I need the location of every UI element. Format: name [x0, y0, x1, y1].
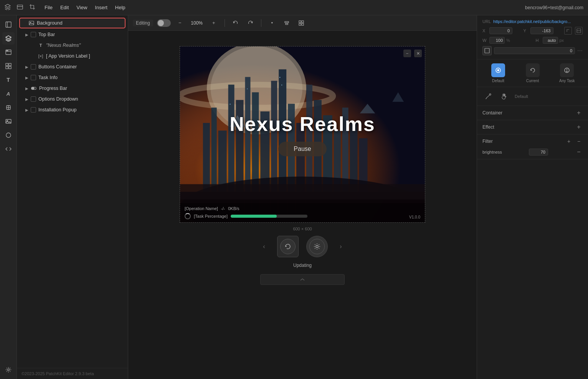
filter-remove-btn[interactable]: − — [575, 137, 583, 145]
state-btn-default[interactable]: Default — [482, 63, 514, 83]
filter-section-header: Filter + − — [482, 137, 583, 145]
redo-btn[interactable] — [245, 18, 256, 28]
image-tool-btn[interactable] — [2, 115, 15, 127]
preview-bottom-bar: [Operation Name] -/- 0KB/s [Task Percent… — [180, 203, 425, 222]
top-bar-checkbox[interactable] — [31, 32, 36, 37]
border-value-input[interactable] — [494, 47, 575, 54]
svg-rect-0 — [17, 5, 23, 9]
code-tool-btn[interactable] — [2, 143, 15, 155]
bottom-nav-hint — [260, 274, 345, 285]
options-dropdown-checkbox[interactable] — [31, 96, 36, 102]
top-menu-bar: File Edit View Insert Help bencrow96+tes… — [0, 0, 588, 15]
circle-tool-btn[interactable] — [2, 129, 15, 141]
editing-toggle[interactable] — [157, 19, 171, 27]
progress-icon — [31, 85, 37, 91]
grid-btn[interactable] — [296, 18, 307, 28]
layers-icon[interactable] — [5, 4, 11, 12]
sidebar-toggle-btn[interactable] — [2, 18, 15, 31]
border-more-icon[interactable]: ⋯ — [577, 48, 583, 54]
effect-section: Effect + — [477, 120, 588, 134]
svg-rect-23 — [31, 87, 34, 89]
sidebar-item-nexus-realms[interactable]: T "Nexus Realms" — [17, 40, 128, 51]
menu-insert[interactable]: Insert — [95, 5, 107, 10]
buttons-container-checkbox[interactable] — [31, 64, 36, 70]
border-style-btn[interactable] — [482, 46, 492, 55]
font-tool-btn[interactable]: A — [2, 88, 15, 100]
grid-tool-btn[interactable] — [2, 60, 15, 72]
browser-tool-btn[interactable] — [2, 46, 15, 58]
zoom-level: 100% — [189, 20, 205, 26]
hand-cursor-icon[interactable] — [498, 90, 510, 103]
container-add-btn[interactable]: + — [575, 109, 583, 117]
current-state-label: Current — [526, 79, 539, 83]
filter-value-remove-btn[interactable]: − — [575, 148, 583, 156]
svg-marker-4 — [6, 36, 11, 39]
operation-name: [Operation Name] — [185, 206, 218, 211]
sidebar-item-task-info[interactable]: ▶ Task Info — [17, 72, 128, 83]
dot-btn[interactable]: • — [267, 18, 277, 28]
w-input[interactable] — [489, 37, 505, 44]
x-coord-item: X — [482, 27, 520, 34]
sidebar-item-background[interactable]: Background — [19, 18, 126, 28]
menu-help[interactable]: Help — [115, 5, 126, 10]
settings-bottom-icon[interactable] — [2, 364, 15, 376]
editing-badge: Editing — [133, 20, 153, 26]
preview-frame[interactable]: − ✕ Nexus Realms Pause [Operation Name] … — [180, 46, 425, 223]
corner-icon-top-left[interactable] — [564, 27, 572, 35]
filter-value-input[interactable] — [529, 149, 548, 156]
sidebar-item-buttons-container[interactable]: ▶ Buttons Container — [17, 61, 128, 72]
task-info-checkbox[interactable] — [31, 75, 36, 80]
canvas-settings-btn[interactable] — [306, 236, 328, 257]
h-input[interactable] — [543, 37, 558, 44]
sidebar-item-progress-bar[interactable]: ▶ Progress Bar — [17, 83, 128, 94]
progress-bar-label: Progress Bar — [39, 86, 67, 91]
filter-controls: + − — [565, 137, 583, 145]
window-icon[interactable] — [17, 4, 23, 12]
menu-items: File Edit View Insert Help — [45, 5, 525, 10]
url-section: URL https://editor.patchkit.net/public/b… — [477, 15, 588, 60]
layers-tool-btn[interactable] — [2, 32, 15, 45]
cross-tool-btn[interactable] — [2, 101, 15, 114]
zoom-plus-btn[interactable]: + — [208, 18, 219, 28]
filter-add-btn[interactable]: + — [565, 137, 573, 145]
sidebar-item-top-bar[interactable]: ▶ Top Bar — [17, 29, 128, 40]
sidebar-item-installation-popup[interactable]: ▶ Installation Popup — [17, 104, 128, 115]
undo-btn[interactable] — [230, 18, 241, 28]
svg-point-70 — [567, 71, 567, 72]
paint-brush-icon[interactable] — [482, 90, 495, 103]
align-btn[interactable] — [281, 18, 292, 28]
coord-row: X Y — [482, 27, 583, 35]
x-input[interactable] — [489, 27, 512, 34]
canvas-toolbar: Editing − 100% + • — [128, 15, 477, 31]
svg-rect-27 — [302, 21, 304, 23]
progress-spinner-icon — [185, 213, 191, 219]
right-panel: URL https://editor.patchkit.net/public/b… — [477, 15, 588, 379]
corner-icon-top-right[interactable] — [575, 27, 583, 35]
current-state-icon — [526, 63, 540, 77]
sidebar-item-options-dropdown[interactable]: ▶ Options Dropdown — [17, 94, 128, 104]
zoom-minus-btn[interactable]: − — [175, 18, 185, 28]
menu-file[interactable]: File — [45, 5, 53, 10]
preview-overlay: Nexus Realms Pause — [180, 46, 425, 222]
y-input[interactable] — [530, 27, 553, 34]
nav-prev-btn[interactable]: ‹ — [259, 241, 269, 252]
bottom-nav-bar[interactable] — [260, 274, 345, 285]
effect-add-btn[interactable]: + — [575, 123, 583, 131]
toolbar-sep1 — [225, 19, 225, 27]
pause-button[interactable]: Pause — [278, 142, 326, 156]
state-btn-any-task[interactable]: Any Task — [551, 63, 583, 83]
crop-icon[interactable] — [29, 4, 35, 12]
text-tool-btn[interactable]: T — [2, 74, 15, 86]
installation-popup-checkbox[interactable] — [31, 107, 36, 113]
nav-next-btn[interactable]: › — [335, 241, 346, 252]
sidebar-item-app-version[interactable]: [×] [ App Version Label ] — [17, 51, 128, 61]
state-btn-current[interactable]: Current — [517, 63, 548, 83]
svg-point-67 — [497, 70, 499, 71]
text-t-icon: T — [38, 42, 44, 48]
menu-view[interactable]: View — [76, 5, 87, 10]
menu-edit[interactable]: Edit — [60, 5, 69, 10]
canvas-center-btn[interactable] — [277, 236, 299, 257]
arrow-right-icon3: ▶ — [25, 76, 31, 80]
h-dim-item: H px — [536, 37, 583, 44]
top-bar-label: Top Bar — [38, 32, 55, 37]
